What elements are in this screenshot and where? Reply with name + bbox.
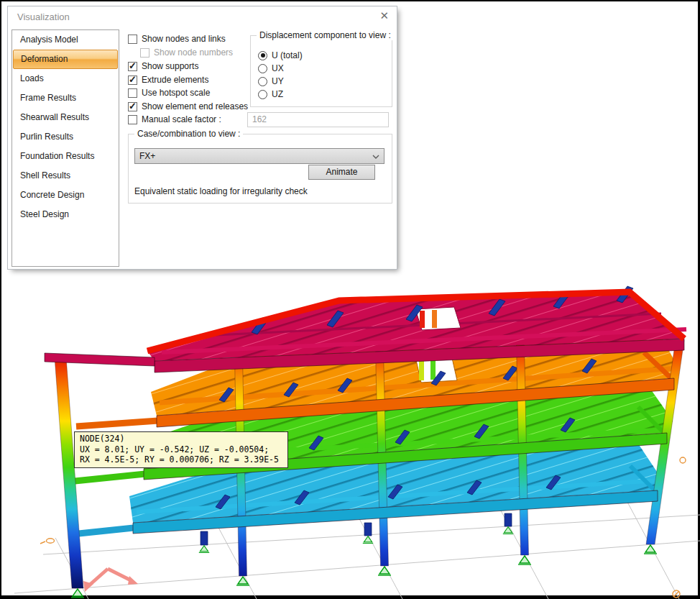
animate-button[interactable]: Animate (308, 165, 375, 180)
radio-u-total[interactable]: U (total) (258, 50, 303, 60)
radio-icon (258, 77, 267, 86)
displacement-group-title: Displacement component to view : (257, 30, 394, 40)
sidebar-item-steel-design[interactable]: Steel Design (12, 205, 119, 224)
close-icon[interactable]: ✕ (379, 9, 389, 22)
checkbox-use-hotspot-scale[interactable]: Use hotspot scale (128, 87, 210, 99)
checkbox-show-nodes-and-links[interactable]: Show nodes and links (128, 33, 226, 45)
manual-scale-input[interactable]: 162 (247, 112, 389, 127)
radio-uy[interactable]: UY (258, 76, 284, 86)
sidebar-item-frame-results[interactable]: Frame Results (12, 88, 119, 108)
checkbox-show-node-numbers: Show node numbers (140, 47, 233, 58)
category-list: Analysis Model Deformation Loads Frame R… (11, 29, 119, 267)
checkbox-manual-scale-factor[interactable]: Manual scale factor : (128, 114, 221, 125)
case-description: Equivalent static loading for irregulari… (134, 186, 308, 196)
sidebar-item-concrete-design[interactable]: Concrete Design (12, 186, 119, 205)
sidebar-item-shell-results[interactable]: Shell Results (12, 166, 119, 186)
checkbox-show-supports[interactable]: Show supports (128, 60, 198, 72)
case-group: Case/combination to view : FX+ Animate E… (128, 134, 392, 204)
checkbox-icon (140, 48, 149, 58)
checkbox-icon (128, 115, 137, 124)
checkbox-icon (128, 35, 137, 44)
node-tooltip: NODE(324) UX = 8.01; UY = -0.542; UZ = -… (74, 431, 288, 468)
checkbox-checked-icon (128, 102, 137, 111)
radio-icon (258, 64, 267, 73)
application-window: NODE(324) UX = 8.01; UY = -0.542; UZ = -… (0, 0, 700, 599)
tooltip-node-id: NODE(324) (80, 434, 282, 444)
case-dropdown[interactable]: FX+ (134, 148, 384, 164)
checkbox-extrude-elements[interactable]: Extrude elements (128, 74, 208, 86)
radio-icon (258, 90, 267, 99)
axis-triad-icon (83, 569, 138, 592)
case-dropdown-value: FX+ (139, 151, 155, 161)
radio-ux[interactable]: UX (258, 63, 284, 73)
checkbox-show-element-end-releases[interactable]: Show element end releases (128, 101, 248, 112)
sidebar-item-purlin-results[interactable]: Purlin Results (12, 127, 119, 147)
case-group-title: Case/combination to view : (134, 129, 243, 139)
dialog-title: Visualization (17, 12, 70, 22)
dialog-titlebar[interactable]: Visualization ✕ (8, 6, 397, 27)
sidebar-item-analysis-model[interactable]: Analysis Model (12, 30, 119, 50)
chevron-down-icon (372, 155, 379, 159)
checkbox-icon (128, 88, 137, 98)
checkbox-checked-icon (128, 62, 137, 71)
tooltip-rotations: RX = 4.5E-5; RY = 0.000706; RZ = 3.39E-5 (80, 454, 282, 465)
visualization-dialog: Visualization ✕ Analysis Model Deformati… (7, 6, 397, 270)
radio-selected-icon (258, 51, 267, 60)
tooltip-translations: UX = 8.01; UY = -0.542; UZ = -0.00504; (80, 444, 282, 455)
checkbox-checked-icon (128, 76, 137, 85)
radio-uz[interactable]: UZ (258, 89, 283, 99)
sidebar-item-deformation[interactable]: Deformation (13, 50, 118, 69)
support-symbols (71, 527, 657, 598)
displacement-group: Displacement component to view : U (tota… (250, 35, 392, 107)
sidebar-item-shearwall-results[interactable]: Shearwall Results (12, 108, 119, 127)
sidebar-item-foundation-results[interactable]: Foundation Results (12, 147, 119, 166)
sidebar-item-loads[interactable]: Loads (12, 69, 119, 88)
